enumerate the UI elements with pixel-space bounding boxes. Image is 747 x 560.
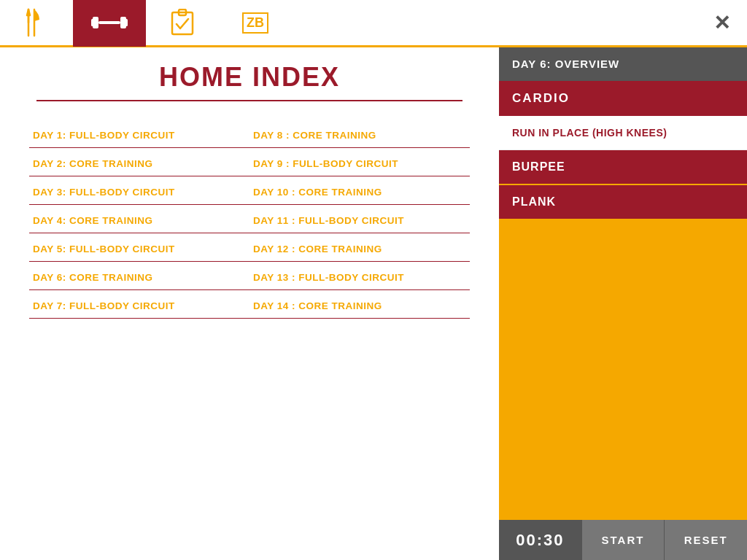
close-button[interactable]: ✕: [703, 4, 740, 41]
day-label-day6: DAY 6: CORE TRAINING: [33, 272, 153, 283]
day-item-day3[interactable]: DAY 3: FULL-BODY CIRCUIT: [29, 176, 249, 205]
day-label-day1: DAY 1: FULL-BODY CIRCUIT: [33, 130, 175, 141]
sidebar-cardio-section[interactable]: CARDIO: [499, 81, 747, 116]
svg-rect-7: [91, 19, 95, 26]
title-divider: [36, 100, 462, 101]
cardio-label: CARDIO: [512, 91, 570, 105]
day-item-day1[interactable]: DAY 1: FULL-BODY CIRCUIT: [29, 120, 249, 148]
timer-bar: 00:30 START RESET: [499, 520, 747, 560]
day-item-day12[interactable]: DAY 12 : CORE TRAINING: [249, 233, 470, 262]
day-label-day10: DAY 10 : CORE TRAINING: [253, 187, 382, 198]
day-item-day5[interactable]: DAY 5: FULL-BODY CIRCUIT: [29, 233, 249, 262]
day-item-day10[interactable]: DAY 10 : CORE TRAINING: [249, 176, 470, 205]
day-item-day13[interactable]: DAY 13 : FULL-BODY CIRCUIT: [249, 262, 470, 290]
day-label-day2: DAY 2: CORE TRAINING: [33, 158, 153, 169]
left-panel: HOME INDEX DAY 1: FULL-BODY CIRCUITDAY 8…: [0, 47, 499, 560]
food-icon-nav[interactable]: [0, 0, 73, 47]
svg-rect-10: [98, 21, 120, 24]
svg-rect-9: [124, 19, 128, 26]
page-title: HOME INDEX: [22, 62, 477, 93]
day-label-day4: DAY 4: CORE TRAINING: [33, 215, 153, 226]
start-button[interactable]: START: [581, 520, 665, 560]
day-item-day7[interactable]: DAY 7: FULL-BODY CIRCUIT: [29, 290, 249, 319]
main-container: HOME INDEX DAY 1: FULL-BODY CIRCUITDAY 8…: [0, 47, 747, 560]
day-item-day9[interactable]: DAY 9 : FULL-BODY CIRCUIT: [249, 148, 470, 176]
exercise-plank-label: PLANK: [512, 195, 556, 208]
day-item-day11[interactable]: DAY 11 : FULL-BODY CIRCUIT: [249, 205, 470, 233]
sidebar-overview[interactable]: DAY 6: OVERVIEW: [499, 47, 747, 81]
zb-icon-nav[interactable]: ZB: [219, 0, 292, 47]
day-label-day12: DAY 12 : CORE TRAINING: [253, 244, 382, 254]
day-label-day5: DAY 5: FULL-BODY CIRCUIT: [33, 244, 175, 254]
checklist-icon-nav[interactable]: [146, 0, 219, 47]
day-label-day7: DAY 7: FULL-BODY CIRCUIT: [33, 300, 175, 311]
exercise-run-label: RUN IN PLACE (HIGH KNEES): [512, 127, 667, 139]
timer-display: 00:30: [499, 520, 581, 560]
exercise-burpee-label: BURPEE: [512, 160, 565, 173]
exercise-run[interactable]: RUN IN PLACE (HIGH KNEES): [499, 116, 747, 150]
day-item-day6[interactable]: DAY 6: CORE TRAINING: [29, 262, 249, 290]
reset-button[interactable]: RESET: [664, 520, 747, 560]
day-label-day3: DAY 3: FULL-BODY CIRCUIT: [33, 187, 175, 198]
day-item-day4[interactable]: DAY 4: CORE TRAINING: [29, 205, 249, 233]
day-label-day11: DAY 11 : FULL-BODY CIRCUIT: [253, 215, 404, 226]
workout-icon-nav[interactable]: [73, 0, 146, 47]
exercise-plank[interactable]: PLANK: [499, 185, 747, 219]
app-header: ZB ✕: [0, 0, 747, 47]
day-label-day13: DAY 13 : FULL-BODY CIRCUIT: [253, 272, 404, 283]
day-item-day8[interactable]: DAY 8 : CORE TRAINING: [249, 120, 470, 148]
zb-logo: ZB: [242, 12, 268, 34]
day-label-day8: DAY 8 : CORE TRAINING: [253, 130, 376, 141]
exercise-burpee[interactable]: BURPEE: [499, 150, 747, 184]
days-grid: DAY 1: FULL-BODY CIRCUITDAY 8 : CORE TRA…: [22, 120, 477, 319]
sidebar-spacer: [499, 219, 747, 520]
day-item-day2[interactable]: DAY 2: CORE TRAINING: [29, 148, 249, 176]
day-label-day14: DAY 14 : CORE TRAINING: [253, 300, 382, 311]
overview-label: DAY 6: OVERVIEW: [512, 58, 619, 70]
day-label-day9: DAY 9 : FULL-BODY CIRCUIT: [253, 158, 398, 169]
day-item-day14[interactable]: DAY 14 : CORE TRAINING: [249, 290, 470, 319]
right-sidebar: DAY 6: OVERVIEW CARDIO RUN IN PLACE (HIG…: [499, 47, 747, 560]
